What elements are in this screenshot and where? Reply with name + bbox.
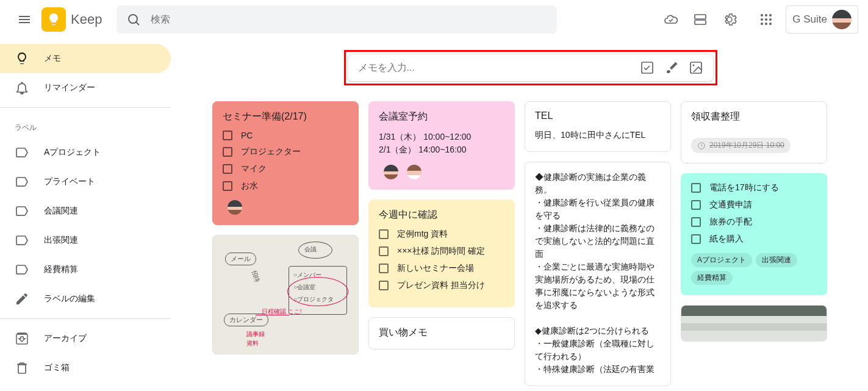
note-title: セミナー準備(2/17) xyxy=(223,110,348,123)
checklist-item[interactable]: 交通費申請 xyxy=(691,199,817,210)
label-icon xyxy=(15,145,29,160)
gear-icon xyxy=(722,12,737,27)
new-drawing-button[interactable] xyxy=(664,60,679,75)
nav-label: メモ xyxy=(44,53,61,64)
new-note-input-bar[interactable] xyxy=(348,54,714,82)
gsuite-label: G Suite xyxy=(792,13,827,26)
checklist-item[interactable]: マイク xyxy=(223,163,348,174)
label-icon xyxy=(15,262,29,277)
clock-icon xyxy=(697,142,706,150)
new-list-button[interactable] xyxy=(640,60,655,75)
apps-icon xyxy=(759,12,773,27)
note-card[interactable]: 会議室予約 1/31（木） 10:00~12:00 2/1（金） 14:00~1… xyxy=(368,101,515,190)
search-icon xyxy=(126,12,141,27)
app-name: Keep xyxy=(71,12,102,27)
note-card[interactable]: ◆健康診断の実施は企業の義務。 ・健康診断を行い従業員の健康を守る ・健康診断は… xyxy=(525,162,671,386)
note-card[interactable]: TEL 明日、10時に田中さんにTEL xyxy=(525,101,671,152)
header: Keep G Suite xyxy=(0,0,868,39)
pencil-icon xyxy=(15,292,29,306)
checkbox-icon[interactable] xyxy=(691,183,701,193)
new-image-note-button[interactable] xyxy=(689,60,703,75)
apps-button[interactable] xyxy=(751,5,781,34)
checkbox-icon[interactable] xyxy=(379,246,389,256)
checkbox-icon[interactable] xyxy=(691,217,701,227)
wb-meeting: 会議 xyxy=(304,245,317,254)
note-label-chip[interactable]: 経費精算 xyxy=(691,271,733,285)
checklist-item[interactable]: 新しいセミナー会場 xyxy=(379,263,504,274)
menu-button[interactable] xyxy=(10,5,39,34)
refresh-button[interactable] xyxy=(656,5,686,34)
main: セミナー準備(2/17) PC プロジェクター マイク お水 メール カレンダー… xyxy=(171,39,868,386)
collaborator-avatar xyxy=(384,165,398,179)
checkbox-icon[interactable] xyxy=(223,131,232,140)
gsuite-badge[interactable]: G Suite xyxy=(786,5,858,34)
brush-icon xyxy=(664,60,679,75)
checkbox-icon[interactable] xyxy=(223,164,232,174)
avatar[interactable] xyxy=(832,10,852,29)
checklist-item[interactable]: 電話を17時にする xyxy=(691,182,817,193)
note-title: 会議室予約 xyxy=(379,110,504,123)
view-toggle-button[interactable] xyxy=(686,5,715,34)
note-card[interactable]: セミナー準備(2/17) PC プロジェクター マイク お水 xyxy=(212,101,359,225)
note-body: 明日、10時に田中さんにTEL xyxy=(535,129,661,142)
note-card[interactable]: 今週中に確認 定例mtg 資料 ×××社様 訪問時間 確定 新しいセミナー会場 … xyxy=(368,199,515,307)
note-grid: セミナー準備(2/17) PC プロジェクター マイク お水 メール カレンダー… xyxy=(212,101,848,386)
checkbox-icon[interactable] xyxy=(691,234,701,244)
nav-archive[interactable]: アーカイブ xyxy=(0,324,171,353)
trash-icon xyxy=(15,361,29,375)
sidebar-label-item[interactable]: 会議関連 xyxy=(0,196,171,226)
checkbox-icon[interactable] xyxy=(691,200,701,210)
wb-agenda2: 資料 xyxy=(246,339,259,348)
search-bar[interactable] xyxy=(117,5,557,34)
label-icon xyxy=(15,174,29,189)
note-image-card[interactable] xyxy=(681,305,827,342)
collaborator-avatar xyxy=(407,165,421,179)
checkbox-icon[interactable] xyxy=(379,281,389,290)
new-note-wrap xyxy=(348,54,714,82)
new-note-input[interactable] xyxy=(358,62,640,73)
settings-button[interactable] xyxy=(715,5,744,34)
checkbox-icon[interactable] xyxy=(379,264,389,273)
nav-trash[interactable]: ゴミ箱 xyxy=(0,353,171,382)
sidebar-label-item[interactable]: 経費精算 xyxy=(0,255,171,284)
checklist-item[interactable]: ×××社様 訪問時間 確定 xyxy=(379,246,504,257)
checklist-item[interactable]: 紙を購入 xyxy=(691,234,817,245)
bulb-icon xyxy=(15,51,29,66)
nav-edit-labels[interactable]: ラベルの編集 xyxy=(0,284,171,314)
wb-agenda1: 議事録 xyxy=(246,330,265,339)
checklist-item[interactable]: 旅券の手配 xyxy=(691,217,817,228)
sidebar-label-item[interactable]: Aプロジェクト xyxy=(0,138,171,167)
checkbox-icon[interactable] xyxy=(223,147,232,157)
list-view-icon xyxy=(693,12,708,27)
nav-reminders[interactable]: リマインダー xyxy=(0,73,171,102)
checklist-item[interactable]: プロジェクター xyxy=(223,146,348,157)
checklist-item[interactable]: プレゼン資料 担当分け xyxy=(379,280,504,291)
checklist-item[interactable]: 定例mtg 資料 xyxy=(379,229,504,240)
checkbox-icon xyxy=(640,60,655,75)
note-label-chip[interactable]: Aプロジェクト xyxy=(691,253,752,267)
note-card[interactable]: 領収書整理 2019年10月29日 10:00 xyxy=(681,101,827,163)
menu-icon xyxy=(17,12,32,27)
sidebar-label-item[interactable]: プライベート xyxy=(0,167,171,196)
checklist-item[interactable]: お水 xyxy=(223,181,348,192)
note-label-chip[interactable]: 出張関連 xyxy=(756,253,797,267)
nav-notes[interactable]: メモ xyxy=(0,44,171,73)
sidebar-label-item[interactable]: 出張関連 xyxy=(0,226,171,255)
checkbox-icon[interactable] xyxy=(223,181,232,191)
note-image-card[interactable]: メール カレンダー 会議 日程確認 ここ! 招待 ○メンバー ○会議室 ○プロジ… xyxy=(212,235,359,354)
labels-header: ラベル xyxy=(0,113,171,138)
note-card[interactable]: 電話を17時にする 交通費申請 旅券の手配 紙を購入 Aプロジェクト 出張関連 … xyxy=(681,173,827,295)
app-logo[interactable]: Keep xyxy=(39,7,102,32)
checklist-item[interactable]: PC xyxy=(223,131,348,140)
sidebar: メモ リマインダー ラベル Aプロジェクト プライベート 会議関連 出張関連 経… xyxy=(0,39,171,386)
checkbox-icon[interactable] xyxy=(379,229,389,239)
collaborator-avatar xyxy=(228,200,242,215)
reminder-chip[interactable]: 2019年10月29日 10:00 xyxy=(691,138,791,153)
search-input[interactable] xyxy=(151,14,552,25)
note-body: ◆健康診断の実施は企業の義務。 ・健康診断を行い従業員の健康を守る ・健康診断は… xyxy=(535,171,661,376)
image-icon xyxy=(689,60,703,75)
note-body: 1/31（木） 10:00~12:00 2/1（金） 14:00~16:00 xyxy=(379,131,504,156)
note-card[interactable]: 買い物メモ xyxy=(368,317,515,350)
keep-logo-icon xyxy=(41,7,66,32)
archive-icon xyxy=(15,331,29,346)
